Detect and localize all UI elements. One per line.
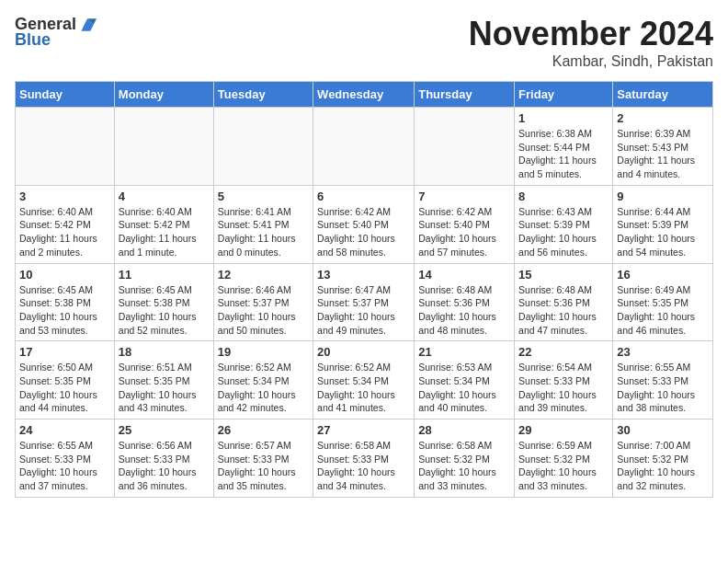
header-friday: Friday [515,82,613,108]
calendar-day: 2Sunrise: 6:39 AMSunset: 5:43 PMDaylight… [613,108,713,186]
day-number: 11 [119,268,210,282]
day-number: 20 [317,345,410,359]
day-number: 26 [218,423,309,437]
calendar-day: 27Sunrise: 6:58 AMSunset: 5:33 PMDayligh… [313,419,415,498]
calendar-day: 21Sunrise: 6:53 AMSunset: 5:34 PMDayligh… [415,341,515,419]
calendar-day: 29Sunrise: 6:59 AMSunset: 5:32 PMDayligh… [515,419,613,498]
day-number: 18 [119,345,210,359]
day-number: 10 [19,268,110,282]
day-number: 29 [518,423,609,437]
day-number: 17 [19,345,110,359]
header: General Blue November 2024 Kambar, Sindh… [15,15,713,70]
day-number: 7 [418,190,510,203]
calendar-day: 5Sunrise: 6:41 AMSunset: 5:41 PMDaylight… [213,185,313,263]
day-info: Sunrise: 6:45 AMSunset: 5:38 PMDaylight:… [19,283,110,338]
calendar-day [313,108,415,186]
day-number: 15 [518,268,609,282]
day-number: 22 [518,345,609,359]
calendar-day: 3Sunrise: 6:40 AMSunset: 5:42 PMDaylight… [16,185,115,263]
calendar-day: 30Sunrise: 7:00 AMSunset: 5:32 PMDayligh… [613,419,713,498]
header-saturday: Saturday [613,82,713,108]
day-number: 30 [617,423,709,437]
calendar-week-5: 24Sunrise: 6:55 AMSunset: 5:33 PMDayligh… [16,419,713,498]
day-info: Sunrise: 6:48 AMSunset: 5:36 PMDaylight:… [518,283,609,338]
day-number: 6 [317,190,410,203]
day-number: 8 [518,190,609,203]
day-number: 13 [317,268,410,282]
day-number: 1 [518,111,609,125]
logo-blue: Blue [15,30,51,50]
calendar-day: 22Sunrise: 6:54 AMSunset: 5:33 PMDayligh… [515,341,613,419]
day-info: Sunrise: 6:55 AMSunset: 5:33 PMDaylight:… [19,439,110,493]
calendar-day: 24Sunrise: 6:55 AMSunset: 5:33 PMDayligh… [16,419,115,498]
calendar-day: 4Sunrise: 6:40 AMSunset: 5:42 PMDaylight… [114,185,213,263]
day-info: Sunrise: 6:38 AMSunset: 5:44 PMDaylight:… [518,127,609,181]
calendar-day [415,108,515,186]
day-info: Sunrise: 6:39 AMSunset: 5:43 PMDaylight:… [617,127,709,181]
month-title: November 2024 [469,15,713,53]
calendar-day [16,108,115,186]
calendar-day: 15Sunrise: 6:48 AMSunset: 5:36 PMDayligh… [515,263,613,341]
calendar-week-4: 17Sunrise: 6:50 AMSunset: 5:35 PMDayligh… [16,341,713,419]
day-info: Sunrise: 6:44 AMSunset: 5:39 PMDaylight:… [617,205,709,259]
day-number: 19 [218,345,309,359]
location-title: Kambar, Sindh, Pakistan [469,53,713,70]
day-number: 4 [119,190,210,203]
calendar-day: 26Sunrise: 6:57 AMSunset: 5:33 PMDayligh… [213,419,313,498]
day-number: 28 [418,423,510,437]
day-info: Sunrise: 6:42 AMSunset: 5:40 PMDaylight:… [317,205,410,259]
day-info: Sunrise: 6:58 AMSunset: 5:33 PMDaylight:… [317,439,410,493]
day-number: 21 [418,345,510,359]
logo-icon [78,16,97,34]
day-info: Sunrise: 6:40 AMSunset: 5:42 PMDaylight:… [119,205,210,259]
header-sunday: Sunday [16,82,115,108]
day-info: Sunrise: 6:53 AMSunset: 5:34 PMDaylight:… [418,361,510,415]
day-number: 2 [617,111,709,125]
day-info: Sunrise: 6:47 AMSunset: 5:37 PMDaylight:… [317,283,410,338]
logo: General Blue [15,15,97,50]
day-number: 25 [119,423,210,437]
day-number: 3 [19,190,110,203]
calendar-week-1: 1Sunrise: 6:38 AMSunset: 5:44 PMDaylight… [16,108,713,186]
day-info: Sunrise: 6:45 AMSunset: 5:38 PMDaylight:… [119,283,210,338]
calendar-day: 6Sunrise: 6:42 AMSunset: 5:40 PMDaylight… [313,185,415,263]
calendar: Sunday Monday Tuesday Wednesday Thursday… [15,81,713,498]
day-info: Sunrise: 6:54 AMSunset: 5:33 PMDaylight:… [518,361,609,415]
day-info: Sunrise: 6:41 AMSunset: 5:41 PMDaylight:… [218,205,309,259]
calendar-day: 20Sunrise: 6:52 AMSunset: 5:34 PMDayligh… [313,341,415,419]
day-info: Sunrise: 6:48 AMSunset: 5:36 PMDaylight:… [418,283,510,338]
day-number: 16 [617,268,709,282]
calendar-day: 1Sunrise: 6:38 AMSunset: 5:44 PMDaylight… [515,108,613,186]
day-info: Sunrise: 6:43 AMSunset: 5:39 PMDaylight:… [518,205,609,259]
day-number: 23 [617,345,709,359]
day-info: Sunrise: 6:49 AMSunset: 5:35 PMDaylight:… [617,283,709,338]
day-info: Sunrise: 6:57 AMSunset: 5:33 PMDaylight:… [218,439,309,493]
day-info: Sunrise: 6:42 AMSunset: 5:40 PMDaylight:… [418,205,510,259]
day-info: Sunrise: 6:55 AMSunset: 5:33 PMDaylight:… [617,361,709,415]
calendar-day: 12Sunrise: 6:46 AMSunset: 5:37 PMDayligh… [213,263,313,341]
calendar-day: 8Sunrise: 6:43 AMSunset: 5:39 PMDaylight… [515,185,613,263]
day-number: 5 [218,190,309,203]
day-info: Sunrise: 6:51 AMSunset: 5:35 PMDaylight:… [119,361,210,415]
calendar-day: 14Sunrise: 6:48 AMSunset: 5:36 PMDayligh… [415,263,515,341]
day-number: 27 [317,423,410,437]
calendar-day: 16Sunrise: 6:49 AMSunset: 5:35 PMDayligh… [613,263,713,341]
day-number: 24 [19,423,110,437]
day-info: Sunrise: 6:52 AMSunset: 5:34 PMDaylight:… [218,361,309,415]
calendar-day: 13Sunrise: 6:47 AMSunset: 5:37 PMDayligh… [313,263,415,341]
day-number: 14 [418,268,510,282]
day-info: Sunrise: 6:46 AMSunset: 5:37 PMDaylight:… [218,283,309,338]
calendar-day: 23Sunrise: 6:55 AMSunset: 5:33 PMDayligh… [613,341,713,419]
day-info: Sunrise: 6:52 AMSunset: 5:34 PMDaylight:… [317,361,410,415]
day-info: Sunrise: 6:40 AMSunset: 5:42 PMDaylight:… [19,205,110,259]
calendar-week-2: 3Sunrise: 6:40 AMSunset: 5:42 PMDaylight… [16,185,713,263]
day-info: Sunrise: 7:00 AMSunset: 5:32 PMDaylight:… [617,439,709,493]
calendar-day: 28Sunrise: 6:58 AMSunset: 5:32 PMDayligh… [415,419,515,498]
calendar-day [114,108,213,186]
calendar-week-3: 10Sunrise: 6:45 AMSunset: 5:38 PMDayligh… [16,263,713,341]
day-info: Sunrise: 6:59 AMSunset: 5:32 PMDaylight:… [518,439,609,493]
calendar-day: 18Sunrise: 6:51 AMSunset: 5:35 PMDayligh… [114,341,213,419]
header-row: Sunday Monday Tuesday Wednesday Thursday… [16,82,713,108]
calendar-day: 25Sunrise: 6:56 AMSunset: 5:33 PMDayligh… [114,419,213,498]
day-info: Sunrise: 6:58 AMSunset: 5:32 PMDaylight:… [418,439,510,493]
